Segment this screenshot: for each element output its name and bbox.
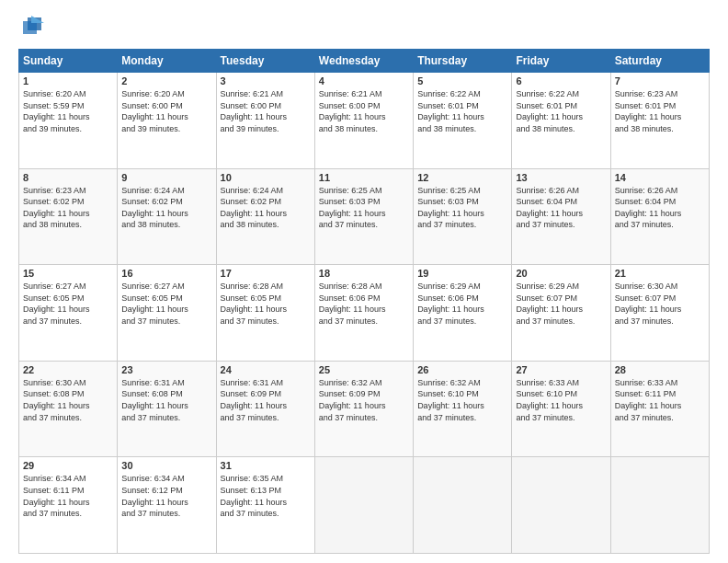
- calendar-day-cell: 13Sunrise: 6:26 AM Sunset: 6:04 PM Dayli…: [512, 168, 610, 265]
- day-number: 25: [319, 364, 409, 375]
- calendar-day-cell: 5Sunrise: 6:22 AM Sunset: 6:01 PM Daylig…: [414, 73, 512, 169]
- calendar-day-cell: [314, 457, 413, 554]
- calendar-day-cell: 30Sunrise: 6:34 AM Sunset: 6:12 PM Dayli…: [118, 457, 216, 554]
- calendar-day-cell: 20Sunrise: 6:29 AM Sunset: 6:07 PM Dayli…: [512, 265, 610, 362]
- day-number: 13: [516, 172, 606, 183]
- calendar-day-cell: 21Sunrise: 6:30 AM Sunset: 6:07 PM Dayli…: [610, 265, 709, 362]
- day-number: 18: [319, 268, 409, 279]
- day-number: 11: [319, 172, 409, 183]
- calendar-day-cell: 31Sunrise: 6:35 AM Sunset: 6:13 PM Dayli…: [216, 457, 314, 554]
- day-info: Sunrise: 6:32 AM Sunset: 6:09 PM Dayligh…: [319, 377, 409, 423]
- svg-marker-2: [31, 16, 44, 23]
- calendar-week-row: 22Sunrise: 6:30 AM Sunset: 6:08 PM Dayli…: [19, 361, 710, 457]
- calendar-day-cell: 18Sunrise: 6:28 AM Sunset: 6:06 PM Dayli…: [314, 265, 413, 362]
- calendar-day-cell: 8Sunrise: 6:23 AM Sunset: 6:02 PM Daylig…: [19, 168, 118, 265]
- day-number: 10: [221, 172, 311, 183]
- day-info: Sunrise: 6:35 AM Sunset: 6:13 PM Dayligh…: [221, 473, 311, 519]
- day-info: Sunrise: 6:27 AM Sunset: 6:05 PM Dayligh…: [121, 281, 211, 327]
- day-info: Sunrise: 6:33 AM Sunset: 6:10 PM Dayligh…: [516, 377, 606, 423]
- calendar-day-cell: 28Sunrise: 6:33 AM Sunset: 6:11 PM Dayli…: [610, 361, 709, 457]
- day-info: Sunrise: 6:32 AM Sunset: 6:10 PM Dayligh…: [417, 377, 507, 423]
- day-number: 6: [516, 75, 606, 86]
- day-info: Sunrise: 6:22 AM Sunset: 6:01 PM Dayligh…: [417, 88, 507, 134]
- day-number: 28: [615, 364, 705, 375]
- day-info: Sunrise: 6:25 AM Sunset: 6:03 PM Dayligh…: [319, 185, 409, 231]
- logo-icon: [18, 14, 46, 40]
- header: [18, 14, 710, 40]
- day-info: Sunrise: 6:23 AM Sunset: 6:01 PM Dayligh…: [615, 88, 705, 134]
- day-info: Sunrise: 6:23 AM Sunset: 6:02 PM Dayligh…: [23, 185, 113, 231]
- day-info: Sunrise: 6:29 AM Sunset: 6:07 PM Dayligh…: [516, 281, 606, 327]
- calendar-day-cell: 15Sunrise: 6:27 AM Sunset: 6:05 PM Dayli…: [19, 265, 118, 362]
- day-number: 8: [23, 172, 113, 183]
- calendar-day-cell: 19Sunrise: 6:29 AM Sunset: 6:06 PM Dayli…: [414, 265, 512, 362]
- calendar-day-cell: 2Sunrise: 6:20 AM Sunset: 6:00 PM Daylig…: [118, 73, 216, 169]
- calendar-day-cell: 22Sunrise: 6:30 AM Sunset: 6:08 PM Dayli…: [19, 361, 118, 457]
- day-number: 26: [417, 364, 507, 375]
- day-number: 12: [417, 172, 507, 183]
- calendar-day-cell: 27Sunrise: 6:33 AM Sunset: 6:10 PM Dayli…: [512, 361, 610, 457]
- day-number: 7: [615, 75, 705, 86]
- day-number: 9: [121, 172, 211, 183]
- svg-marker-1: [23, 21, 37, 34]
- day-number: 30: [121, 460, 211, 471]
- calendar-day-cell: 11Sunrise: 6:25 AM Sunset: 6:03 PM Dayli…: [314, 168, 413, 265]
- day-info: Sunrise: 6:33 AM Sunset: 6:11 PM Dayligh…: [615, 377, 705, 423]
- calendar-day-cell: [414, 457, 512, 554]
- day-number: 4: [319, 75, 409, 86]
- calendar-day-header: Sunday: [19, 50, 118, 73]
- calendar-day-header: Tuesday: [216, 50, 314, 73]
- calendar-day-header: Saturday: [610, 50, 709, 73]
- calendar-day-header: Thursday: [414, 50, 512, 73]
- day-info: Sunrise: 6:24 AM Sunset: 6:02 PM Dayligh…: [121, 185, 211, 231]
- calendar-day-cell: 16Sunrise: 6:27 AM Sunset: 6:05 PM Dayli…: [118, 265, 216, 362]
- day-info: Sunrise: 6:25 AM Sunset: 6:03 PM Dayligh…: [417, 185, 507, 231]
- day-info: Sunrise: 6:20 AM Sunset: 6:00 PM Dayligh…: [121, 88, 211, 134]
- day-info: Sunrise: 6:30 AM Sunset: 6:07 PM Dayligh…: [615, 281, 705, 327]
- day-info: Sunrise: 6:27 AM Sunset: 6:05 PM Dayligh…: [23, 281, 113, 327]
- calendar-day-cell: 7Sunrise: 6:23 AM Sunset: 6:01 PM Daylig…: [610, 73, 709, 169]
- day-number: 16: [121, 268, 211, 279]
- day-info: Sunrise: 6:24 AM Sunset: 6:02 PM Dayligh…: [221, 185, 311, 231]
- calendar-day-cell: 23Sunrise: 6:31 AM Sunset: 6:08 PM Dayli…: [118, 361, 216, 457]
- calendar-day-cell: 29Sunrise: 6:34 AM Sunset: 6:11 PM Dayli…: [19, 457, 118, 554]
- day-number: 20: [516, 268, 606, 279]
- calendar-day-cell: 1Sunrise: 6:20 AM Sunset: 5:59 PM Daylig…: [19, 73, 118, 169]
- day-number: 27: [516, 364, 606, 375]
- day-info: Sunrise: 6:30 AM Sunset: 6:08 PM Dayligh…: [23, 377, 113, 423]
- day-info: Sunrise: 6:34 AM Sunset: 6:12 PM Dayligh…: [121, 473, 211, 519]
- day-info: Sunrise: 6:20 AM Sunset: 5:59 PM Dayligh…: [23, 88, 113, 134]
- day-number: 22: [23, 364, 113, 375]
- day-info: Sunrise: 6:31 AM Sunset: 6:09 PM Dayligh…: [221, 377, 311, 423]
- day-number: 19: [417, 268, 507, 279]
- day-number: 24: [221, 364, 311, 375]
- logo: [18, 14, 50, 40]
- calendar-day-cell: [512, 457, 610, 554]
- calendar-day-cell: 14Sunrise: 6:26 AM Sunset: 6:04 PM Dayli…: [610, 168, 709, 265]
- calendar-day-cell: 3Sunrise: 6:21 AM Sunset: 6:00 PM Daylig…: [216, 73, 314, 169]
- calendar-week-row: 15Sunrise: 6:27 AM Sunset: 6:05 PM Dayli…: [19, 265, 710, 362]
- day-info: Sunrise: 6:28 AM Sunset: 6:05 PM Dayligh…: [221, 281, 311, 327]
- day-info: Sunrise: 6:21 AM Sunset: 6:00 PM Dayligh…: [221, 88, 311, 134]
- page: SundayMondayTuesdayWednesdayThursdayFrid…: [0, 0, 728, 563]
- calendar-day-cell: 26Sunrise: 6:32 AM Sunset: 6:10 PM Dayli…: [414, 361, 512, 457]
- calendar-day-header: Wednesday: [314, 50, 413, 73]
- day-number: 15: [23, 268, 113, 279]
- day-number: 21: [615, 268, 705, 279]
- calendar-day-cell: 4Sunrise: 6:21 AM Sunset: 6:00 PM Daylig…: [314, 73, 413, 169]
- calendar-day-cell: 24Sunrise: 6:31 AM Sunset: 6:09 PM Dayli…: [216, 361, 314, 457]
- day-info: Sunrise: 6:28 AM Sunset: 6:06 PM Dayligh…: [319, 281, 409, 327]
- day-info: Sunrise: 6:26 AM Sunset: 6:04 PM Dayligh…: [615, 185, 705, 231]
- day-info: Sunrise: 6:31 AM Sunset: 6:08 PM Dayligh…: [121, 377, 211, 423]
- calendar-table: SundayMondayTuesdayWednesdayThursdayFrid…: [18, 49, 710, 554]
- day-number: 29: [23, 460, 113, 471]
- day-number: 17: [221, 268, 311, 279]
- day-number: 14: [615, 172, 705, 183]
- calendar-day-cell: 10Sunrise: 6:24 AM Sunset: 6:02 PM Dayli…: [216, 168, 314, 265]
- day-info: Sunrise: 6:34 AM Sunset: 6:11 PM Dayligh…: [23, 473, 113, 519]
- calendar-day-cell: 9Sunrise: 6:24 AM Sunset: 6:02 PM Daylig…: [118, 168, 216, 265]
- day-number: 2: [121, 75, 211, 86]
- day-number: 5: [417, 75, 507, 86]
- calendar-day-header: Friday: [512, 50, 610, 73]
- calendar-day-header: Monday: [118, 50, 216, 73]
